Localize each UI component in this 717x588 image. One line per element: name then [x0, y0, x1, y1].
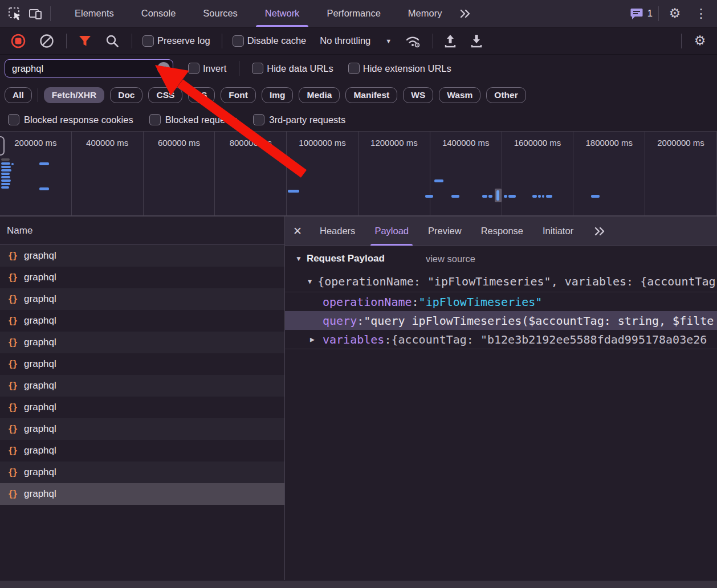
network-settings-gear-icon[interactable]: ⚙ [690, 31, 710, 51]
top-tab[interactable]: Sources [189, 0, 251, 27]
name-column-header[interactable]: Name [0, 217, 284, 245]
settings-gear-icon[interactable]: ⚙ [665, 3, 685, 24]
expand-triangle-icon[interactable]: ▶ [310, 335, 319, 344]
issues-count: 1 [647, 8, 653, 19]
main-split: Name {} graphql {} graphql {} graphql {}… [0, 217, 717, 580]
resource-type-chip[interactable]: JS [188, 87, 215, 103]
request-timing-bar [1, 176, 10, 178]
details-tab[interactable]: Headers [310, 217, 365, 246]
resource-type-chip[interactable]: Wasm [439, 87, 480, 103]
timeline-drag-handle[interactable] [0, 136, 5, 156]
payload-preview-line[interactable]: ▼ {operationName: "ipFlowTimeseries", va… [285, 271, 717, 292]
throttling-dropdown[interactable]: No throttling ▼ [320, 35, 392, 46]
import-har-icon[interactable] [440, 31, 461, 51]
top-tab[interactable]: Elements [61, 0, 128, 27]
json-braces-icon: {} [8, 359, 17, 369]
payload-row[interactable]: ▶ variables : {accountTag: "b12e3b2192ee… [285, 330, 717, 349]
timeline-tick-label: 1400000 ms [430, 132, 502, 215]
payload-row[interactable]: query : "query ipFlowTimeseries($account… [285, 311, 717, 330]
resource-type-chip[interactable]: WS [403, 87, 433, 103]
timeline-tick-label: 1200000 ms [358, 132, 430, 215]
request-row[interactable]: {} graphql [0, 288, 284, 310]
collapse-triangle-icon[interactable]: ▼ [295, 255, 302, 263]
request-row[interactable]: {} graphql [0, 397, 284, 418]
details-tab[interactable]: Preview [418, 217, 471, 246]
request-row[interactable]: {} graphql [0, 332, 284, 353]
json-braces-icon: {} [8, 381, 17, 391]
divider [433, 34, 433, 48]
resource-type-chip[interactable]: Font [221, 87, 256, 103]
resource-type-chip[interactable]: Fetch/XHR [44, 87, 104, 103]
resource-type-chip[interactable]: Media [299, 87, 340, 103]
top-tab[interactable]: Performance [313, 0, 394, 27]
timeline-tick-label: 600000 ms [144, 132, 215, 215]
top-tab[interactable]: Network [251, 0, 313, 27]
preserve-log-label: Preserve log [157, 35, 210, 46]
network-overview-timeline[interactable]: 200000 ms400000 ms600000 ms800000 ms1000… [0, 131, 717, 217]
record-network-log-icon[interactable] [8, 31, 28, 51]
issues-counter[interactable]: 1 [630, 7, 653, 20]
request-row[interactable]: {} graphql [0, 462, 284, 483]
more-details-tabs-icon[interactable] [590, 221, 610, 242]
request-timing-bar [1, 162, 10, 165]
separator [285, 349, 717, 349]
top-tab[interactable]: Console [128, 0, 190, 27]
clear-network-log-icon[interactable] [36, 31, 57, 51]
view-source-link[interactable]: view source [426, 254, 475, 264]
request-row[interactable]: {} graphql [0, 418, 284, 440]
request-timing-bar [1, 158, 10, 161]
top-tab[interactable]: Memory [394, 0, 456, 27]
chevron-down-icon: ▼ [385, 38, 392, 44]
resource-type-chip[interactable]: Manifest [345, 87, 397, 103]
request-row[interactable]: {} graphql [0, 353, 284, 375]
request-timing-bar [39, 187, 49, 190]
export-har-icon[interactable] [466, 31, 487, 51]
details-tab[interactable]: Initiator [533, 217, 583, 246]
clear-filter-icon[interactable]: ✕ [157, 62, 170, 75]
resource-type-chip[interactable]: Img [262, 87, 294, 103]
request-row[interactable]: {} graphql [0, 483, 284, 505]
resource-type-chip[interactable]: Other [486, 87, 525, 103]
inspect-element-icon[interactable] [5, 3, 25, 24]
request-row[interactable]: {} graphql [0, 245, 284, 267]
search-icon[interactable] [102, 31, 123, 51]
collapse-triangle-icon[interactable]: ▼ [308, 277, 312, 285]
filter-input[interactable] [5, 63, 173, 74]
request-options-row: Blocked response cookies Blocked request… [0, 108, 717, 131]
request-row[interactable]: {} graphql [0, 310, 284, 332]
close-details-icon[interactable]: ✕ [285, 224, 310, 238]
network-conditions-icon[interactable] [403, 31, 423, 51]
blocked-requests-checkbox[interactable] [149, 114, 161, 125]
resource-type-chip[interactable]: CSS [148, 87, 182, 103]
request-details-panel: ✕ HeadersPayloadPreviewResponseInitiator… [285, 217, 717, 580]
details-tab[interactable]: Payload [365, 217, 418, 246]
payload-row[interactable]: operationName : "ipFlowTimeseries" [285, 292, 717, 311]
hide-extension-urls-checkbox[interactable] [348, 63, 360, 74]
request-row[interactable]: {} graphql [0, 267, 284, 288]
more-tabs-icon[interactable] [455, 3, 476, 24]
kebab-menu-icon[interactable]: ⋮ [691, 3, 711, 24]
divider [681, 34, 682, 48]
filter-row: ✕ Invert Hide data URLs Hide extension U… [0, 55, 717, 82]
resource-type-chip[interactable]: All [5, 87, 32, 103]
disable-cache-checkbox[interactable] [233, 35, 244, 47]
payload-rows: operationName : "ipFlowTimeseries" query… [285, 292, 717, 349]
third-party-requests-checkbox[interactable] [253, 114, 264, 125]
request-timing-bar [496, 190, 499, 201]
hide-data-urls-checkbox[interactable] [252, 63, 263, 74]
filter-funnel-icon[interactable] [75, 31, 95, 51]
details-tab[interactable]: Response [471, 217, 533, 246]
timeline-tick-label: 2000000 ms [645, 132, 717, 215]
request-row[interactable]: {} graphql [0, 375, 284, 397]
json-braces-icon: {} [8, 424, 17, 434]
blocked-response-cookies-checkbox[interactable] [8, 114, 19, 125]
request-name: graphql [24, 293, 56, 305]
timeline-tick-label: 400000 ms [72, 132, 144, 215]
hide-data-urls-label: Hide data URLs [267, 63, 333, 74]
invert-checkbox[interactable] [188, 63, 199, 74]
resource-type-chip[interactable]: Doc [110, 87, 142, 103]
device-toolbar-icon[interactable] [25, 3, 46, 24]
request-row[interactable]: {} graphql [0, 440, 284, 462]
request-name: graphql [24, 467, 56, 478]
preserve-log-checkbox[interactable] [142, 35, 154, 47]
